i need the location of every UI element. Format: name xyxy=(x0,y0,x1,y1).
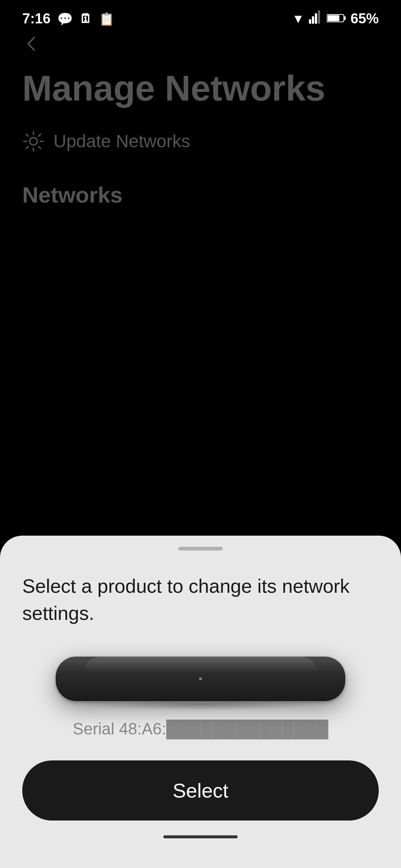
soundbar-device xyxy=(56,657,345,701)
clipboard-icon: 📋 xyxy=(99,11,114,26)
page-title: Manage Networks xyxy=(22,69,379,108)
status-left: 7:16 💬 🗓 📋 xyxy=(22,11,114,27)
wifi-icon: ▼ xyxy=(292,11,304,26)
battery-icon xyxy=(327,11,346,27)
home-indicator xyxy=(163,835,238,838)
back-button[interactable] xyxy=(22,34,41,57)
background-page: Manage Networks Update Networks Networks xyxy=(0,34,401,208)
device-container: Serial 48:A6:██████████████ xyxy=(22,657,379,738)
svg-rect-5 xyxy=(327,15,339,21)
svg-rect-3 xyxy=(318,10,320,24)
message-icon: 💬 xyxy=(57,11,73,26)
soundbar-indicator xyxy=(199,677,202,680)
status-right: ▼ 65% xyxy=(292,10,379,27)
svg-rect-1 xyxy=(312,16,314,24)
calendar-icon: 🗓 xyxy=(79,11,92,26)
svg-rect-0 xyxy=(309,19,311,24)
svg-rect-6 xyxy=(344,16,346,20)
update-networks-label: Update Networks xyxy=(53,131,190,151)
gear-icon xyxy=(22,130,45,152)
sheet-description: Select a product to change its network s… xyxy=(22,573,379,627)
soundbar-shadow xyxy=(70,699,331,710)
soundbar-wrapper xyxy=(56,657,345,701)
select-button[interactable]: Select xyxy=(22,760,379,821)
svg-rect-2 xyxy=(315,13,317,24)
status-bar: 7:16 💬 🗓 📋 ▼ 65% xyxy=(0,0,401,34)
status-time: 7:16 xyxy=(22,11,50,27)
update-networks-row[interactable]: Update Networks xyxy=(22,130,379,152)
drag-handle[interactable] xyxy=(178,547,223,550)
signal-icon xyxy=(309,10,322,27)
bottom-sheet: Select a product to change its network s… xyxy=(0,536,401,868)
svg-point-7 xyxy=(30,138,37,145)
battery-percent: 65% xyxy=(351,11,379,27)
networks-section-title: Networks xyxy=(22,182,379,208)
serial-text: Serial 48:A6:██████████████ xyxy=(73,720,328,738)
soundbar-shine xyxy=(85,657,316,671)
